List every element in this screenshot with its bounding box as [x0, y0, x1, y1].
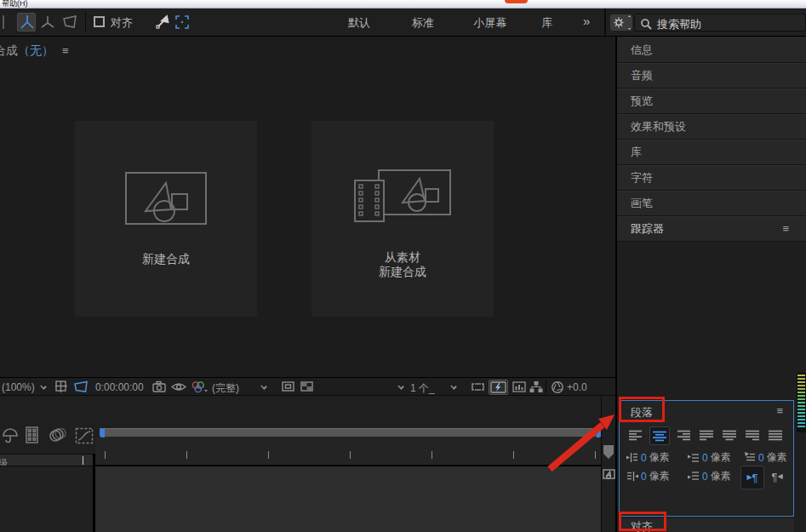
- fast-preview-lightning-icon: [489, 380, 507, 394]
- toolbar: 对齐 默认 标准 小屏幕 库 »: [0, 9, 806, 37]
- new-composition-label: 新建合成: [75, 252, 257, 266]
- column-resize-handle[interactable]: [83, 456, 83, 465]
- comp-tab-none: （无）: [18, 43, 54, 57]
- indent-right-margin-field[interactable]: 0 像素: [626, 469, 670, 483]
- transparency-grid-icon[interactable]: [300, 380, 315, 393]
- workspace-tab-standard[interactable]: 标准: [403, 15, 443, 31]
- workspace-tab-libraries[interactable]: 库: [534, 15, 560, 31]
- search-placeholder: 搜索帮助: [657, 17, 701, 32]
- graph-editor-icon[interactable]: [75, 427, 94, 444]
- indent-right-icon: [626, 471, 638, 482]
- workspace-settings-button[interactable]: [610, 14, 632, 31]
- space-after-field[interactable]: 0 像素: [688, 469, 731, 483]
- time-ruler[interactable]: [95, 437, 601, 465]
- resolution-chevron-icon[interactable]: [260, 383, 267, 390]
- sidebar-panel-tracker[interactable]: 跟踪器 ≡: [617, 216, 806, 242]
- motion-blur-icon[interactable]: [2, 427, 19, 444]
- space-before-field[interactable]: 0 像素: [688, 450, 731, 465]
- toolbar-edge-sliver: [3, 15, 4, 29]
- snap-checkbox[interactable]: [94, 16, 105, 27]
- axis-mode-view-button[interactable]: [61, 14, 80, 32]
- axis-mode-world-button[interactable]: [39, 14, 58, 32]
- new-composition-from-footage-button[interactable]: 从素材 新建合成: [312, 121, 494, 317]
- magnification-chevron-icon[interactable]: [40, 383, 47, 390]
- annotation-box-align: [619, 512, 666, 531]
- work-area-start-handle[interactable]: [100, 428, 105, 438]
- panel-menu-icon[interactable]: ≡: [62, 44, 69, 57]
- snap-bounds-icon[interactable]: [175, 15, 189, 32]
- justify-last-center-button[interactable]: [720, 426, 739, 443]
- paragraph-panel-menu-icon[interactable]: ≡: [776, 404, 783, 417]
- indent-left-icon: [626, 452, 638, 463]
- workspace-tab-default[interactable]: 默认: [339, 15, 380, 31]
- shy-layers-icon[interactable]: [49, 428, 67, 443]
- space-after-icon: [688, 471, 700, 482]
- new-composition-button[interactable]: 新建合成: [75, 121, 257, 317]
- view-layout-value[interactable]: 1 个_: [410, 381, 435, 396]
- sidebar-panel-effects-presets[interactable]: 效果和预设: [617, 114, 806, 140]
- snap-label[interactable]: 对齐: [111, 15, 133, 31]
- new-composition-icon: [125, 172, 207, 225]
- show-channels-icon[interactable]: [191, 380, 208, 394]
- align-right-button[interactable]: [674, 426, 693, 443]
- timecode[interactable]: 0:00:00:00: [95, 381, 144, 393]
- snap-arrow-icon[interactable]: [155, 14, 170, 33]
- from-footage-line2: 新建合成: [312, 265, 494, 279]
- help-menu[interactable]: 帮助(H): [2, 0, 28, 8]
- axis-mode-local-button[interactable]: [17, 13, 36, 31]
- flowchart-button-icon[interactable]: [529, 380, 544, 393]
- sidebar-panel-character[interactable]: 字符: [617, 165, 806, 191]
- text-direction-rtl-button[interactable]: ¶◀: [768, 468, 786, 485]
- timeline-panel: 父级: [0, 396, 615, 532]
- exposure-value[interactable]: +0.0: [567, 381, 587, 393]
- show-snapshot-eye-icon[interactable]: [171, 380, 188, 393]
- sidebar-panel-audio[interactable]: 音频: [617, 63, 806, 89]
- align-left-button[interactable]: [626, 426, 645, 443]
- justify-last-left-button[interactable]: [697, 426, 716, 443]
- search-icon: [640, 18, 652, 30]
- space-before-icon: [688, 452, 700, 463]
- layer-track-area[interactable]: [95, 466, 601, 532]
- search-help-field[interactable]: 搜索帮助: [634, 14, 806, 31]
- workspace-tab-small-screen[interactable]: 小屏幕: [464, 15, 517, 31]
- work-area-bar[interactable]: [100, 428, 602, 437]
- region-of-interest-icon[interactable]: [73, 380, 89, 393]
- parent-column-header[interactable]: 父级: [0, 454, 94, 466]
- composition-panel: 合成（无） ≡ 新建合成: [0, 37, 615, 377]
- fast-preview-button[interactable]: [489, 380, 508, 395]
- workspace-overflow-chevron[interactable]: »: [583, 14, 590, 28]
- target-region-icon[interactable]: [281, 380, 296, 393]
- exposure-shutter-icon[interactable]: [551, 380, 564, 394]
- grid-guides-icon[interactable]: [54, 380, 69, 393]
- sidebar-panel-preview[interactable]: 预览: [617, 89, 806, 114]
- view-options-chevron-icon[interactable]: [397, 383, 404, 390]
- comp-marker-bin-icon[interactable]: [603, 445, 615, 460]
- snapshot-camera-icon[interactable]: [152, 380, 167, 393]
- view-layout-chevron-icon[interactable]: [450, 383, 457, 390]
- new-composition-from-footage-icon: [353, 169, 452, 225]
- composition-tab[interactable]: 合成（无） ≡: [0, 43, 68, 59]
- tracker-panel-menu-icon[interactable]: ≡: [782, 222, 789, 235]
- share-view-icon[interactable]: [471, 380, 487, 393]
- justify-all-button[interactable]: [766, 426, 785, 443]
- gear-sync-icon: [612, 15, 632, 30]
- layer-list-area[interactable]: [0, 467, 93, 532]
- magnification-value[interactable]: (100%): [2, 381, 35, 393]
- status-divider: [546, 380, 546, 395]
- sidebar-panel-libraries[interactable]: 库: [617, 140, 806, 165]
- indent-left-margin-field[interactable]: 0 像素: [626, 450, 670, 465]
- sidebar-panel-info[interactable]: 信息: [617, 37, 806, 63]
- comp-mini-flowchart-icon[interactable]: [602, 466, 616, 483]
- local-axis-icon: [19, 14, 36, 31]
- resolution-value[interactable]: (完整): [212, 381, 239, 396]
- paragraph-align-row: [626, 426, 785, 445]
- text-direction-ltr-button[interactable]: ▶¶: [740, 466, 764, 489]
- composition-status-bar: (100%) 0:00:00:00 (完整) 1 个_: [0, 377, 615, 396]
- first-line-indent-field[interactable]: 0 像素: [744, 450, 787, 465]
- timeline-button-icon[interactable]: [512, 380, 527, 393]
- sidebar-panel-paint[interactable]: 画笔: [617, 191, 806, 216]
- align-center-button[interactable]: [649, 426, 670, 445]
- frame-blend-icon[interactable]: [25, 426, 40, 444]
- justify-last-right-button[interactable]: [743, 426, 762, 443]
- world-axis-icon: [39, 14, 56, 31]
